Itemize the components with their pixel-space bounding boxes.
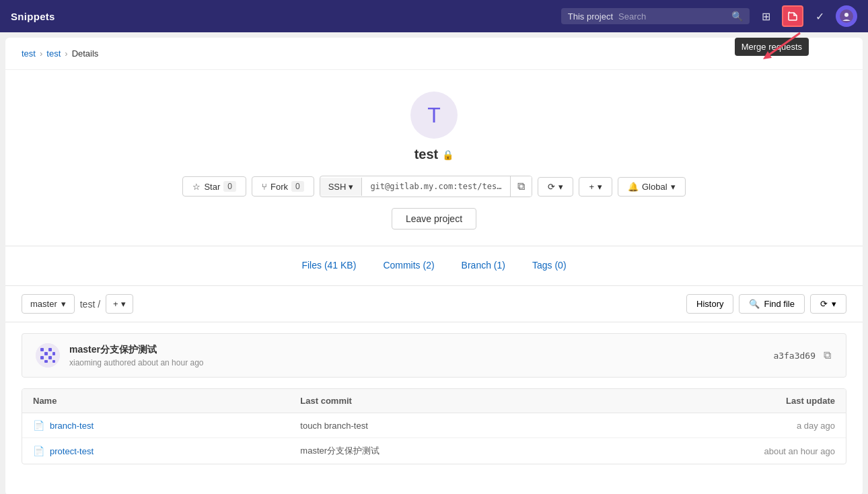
svg-rect-18 — [44, 360, 48, 363]
svg-rect-13 — [40, 356, 44, 359]
add-path-button[interactable]: + ▾ — [106, 294, 133, 314]
main-content: test › test › Details T test 🔒 ☆ Star 0 … — [5, 38, 863, 494]
merge-requests-button[interactable] — [782, 5, 803, 27]
col-commit-header: Last commit — [300, 396, 567, 406]
repo-path: test / — [80, 299, 100, 310]
chevron-down-icon: ▾ — [671, 182, 676, 192]
fork-icon: ⑂ — [262, 182, 267, 192]
grid-avatar-icon — [36, 343, 60, 367]
copy-hash-button[interactable]: ⧉ — [822, 348, 832, 363]
add-button[interactable]: + ▾ — [579, 177, 612, 197]
commit-author-avatar — [36, 343, 60, 367]
find-file-button[interactable]: 🔍 Find file — [739, 294, 805, 314]
commit-left: master分支保护测试 xiaoming authored about an … — [36, 343, 203, 367]
breadcrumb-sep1: › — [40, 48, 42, 59]
breadcrumb-sep2: › — [65, 48, 67, 59]
svg-rect-17 — [40, 360, 44, 363]
todo-button[interactable]: ✓ — [809, 5, 830, 27]
file-name[interactable]: 📄 protect-test — [33, 446, 300, 456]
star-icon: ☆ — [192, 182, 201, 192]
star-count: 0 — [223, 181, 236, 192]
file-table-header: Name Last commit Last update — [22, 389, 846, 413]
svg-rect-15 — [48, 356, 52, 359]
commit-right: a3fa3d69 ⧉ — [773, 348, 832, 363]
table-row: 📄 protect-test master分支保护测试 about an hou… — [22, 438, 846, 464]
file-icon: 📄 — [33, 446, 44, 456]
file-commit-msg: touch branch-test — [300, 421, 567, 431]
svg-rect-16 — [52, 356, 55, 359]
file-commit-msg: master分支保护测试 — [300, 445, 567, 457]
plus-icon: + — [113, 299, 118, 309]
ssh-dropdown[interactable]: SSH ▾ — [320, 178, 363, 196]
search-scope-label: This project — [568, 11, 613, 22]
search-wrapper: This project 🔍 — [561, 8, 750, 24]
svg-rect-5 — [40, 348, 44, 351]
svg-point-3 — [844, 13, 848, 17]
nav-left: Snippets — [11, 11, 55, 22]
breadcrumb-current: Details — [72, 48, 99, 59]
project-header: T test 🔒 ☆ Star 0 ⑂ Fork 0 SSH ▾ — [5, 70, 863, 246]
clone-url-group: SSH ▾ git@gitlab.my.com:test/test.gi ⧉ — [320, 176, 533, 197]
nav-right: This project 🔍 ⊞ Merge requests ✓ — [561, 5, 857, 27]
action-row: ☆ Star 0 ⑂ Fork 0 SSH ▾ git@gitlab.my.co… — [182, 176, 685, 197]
svg-point-4 — [36, 343, 60, 367]
svg-rect-20 — [52, 360, 55, 363]
chevron-down-icon: ▾ — [832, 299, 836, 309]
chevron-down-icon: ▾ — [558, 182, 563, 192]
file-table: Name Last commit Last update 📄 branch-te… — [22, 388, 846, 464]
stat-tags[interactable]: Tags (0) — [519, 254, 580, 277]
stat-commits[interactable]: Commits (2) — [369, 254, 447, 277]
copy-url-button[interactable]: ⧉ — [510, 176, 532, 197]
search-icon: 🔍 — [749, 299, 760, 309]
breadcrumb-test2[interactable]: test — [46, 48, 61, 59]
chevron-down-icon: ▾ — [349, 182, 353, 192]
fork-button[interactable]: ⑂ Fork 0 — [252, 176, 314, 197]
repo-controls: master ▾ test / + ▾ History 🔍 Find file … — [5, 286, 863, 322]
stat-branch[interactable]: Branch (1) — [448, 254, 519, 277]
svg-rect-6 — [44, 348, 48, 351]
merge-requests-tooltip: Merge requests — [735, 38, 809, 56]
svg-rect-9 — [40, 352, 44, 355]
panel-toggle-button[interactable]: ⊞ — [755, 5, 776, 27]
download-button[interactable]: ⟳ ▾ — [810, 294, 846, 314]
chevron-down-icon: ▾ — [598, 182, 602, 192]
search-icon[interactable]: 🔍 — [731, 11, 743, 22]
svg-rect-7 — [48, 348, 52, 351]
commit-details: master分支保护测试 xiaoming authored about an … — [69, 344, 203, 367]
stat-files[interactable]: Files (41 KB) — [288, 254, 369, 277]
plus-icon: + — [589, 182, 594, 192]
avatar-icon — [840, 9, 853, 23]
search-input[interactable] — [618, 11, 726, 22]
repo-right-controls: History 🔍 Find file ⟳ ▾ — [686, 294, 846, 314]
file-update-time: a day ago — [568, 421, 835, 431]
branch-label: master — [30, 299, 57, 309]
svg-rect-8 — [52, 348, 55, 351]
history-button[interactable]: History — [686, 294, 733, 314]
stats-row: Files (41 KB) Commits (2) Branch (1) Tag… — [5, 246, 863, 286]
sync-button[interactable]: ⟳ ▾ — [538, 177, 573, 197]
star-button[interactable]: ☆ Star 0 — [182, 176, 246, 197]
file-name[interactable]: 📄 branch-test — [33, 420, 300, 431]
lock-icon: 🔒 — [442, 149, 454, 160]
svg-rect-10 — [44, 352, 48, 355]
branch-selector[interactable]: master ▾ — [22, 294, 75, 314]
project-name: test 🔒 — [414, 147, 454, 162]
ssh-url[interactable]: git@gitlab.my.com:test/test.gi — [362, 178, 510, 195]
svg-rect-12 — [52, 352, 55, 355]
chevron-down-icon: ▾ — [121, 299, 126, 309]
table-row: 📄 branch-test touch branch-test a day ag… — [22, 413, 846, 438]
col-update-header: Last update — [568, 396, 835, 406]
fork-count: 0 — [291, 181, 304, 192]
breadcrumb-test1[interactable]: test — [22, 48, 36, 59]
repo-left-controls: master ▾ test / + ▾ — [22, 294, 133, 314]
file-update-time: about an hour ago — [568, 446, 835, 456]
commit-hash[interactable]: a3fa3d69 — [773, 351, 816, 361]
user-avatar[interactable] — [836, 5, 857, 27]
leave-project-button[interactable]: Leave project — [392, 208, 476, 230]
download-icon: ⟳ — [820, 299, 828, 309]
chevron-down-icon: ▾ — [61, 299, 66, 309]
svg-rect-11 — [48, 352, 52, 355]
notification-button[interactable]: 🔔 Global ▾ — [618, 177, 686, 197]
app-logo: Snippets — [11, 11, 55, 22]
commit-message[interactable]: master分支保护测试 — [69, 344, 203, 356]
